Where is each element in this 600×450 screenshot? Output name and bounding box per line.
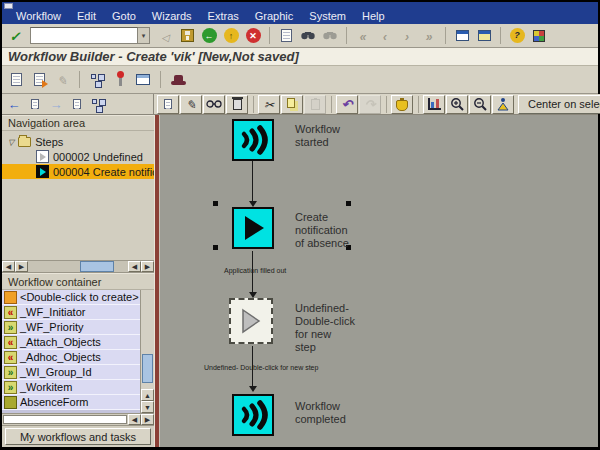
selection-handle[interactable] (346, 201, 351, 206)
zoom-in-icon[interactable] (446, 95, 468, 114)
flow-arrowhead (249, 386, 257, 392)
container-row[interactable]: « _WF_Initiator (2, 305, 140, 320)
new-workflow-icon[interactable] (6, 70, 26, 89)
copy-workflow-icon[interactable] (29, 70, 49, 89)
container-row[interactable]: « _Adhoc_Objects (2, 350, 140, 365)
print-icon[interactable] (276, 26, 296, 45)
graphic-display-icon[interactable] (203, 95, 225, 114)
menu-help[interactable]: Help (354, 10, 393, 22)
graphic-new-icon[interactable] (157, 95, 179, 114)
command-history-icon[interactable]: ▾ (138, 27, 150, 44)
create-shortcut-icon[interactable] (474, 26, 494, 45)
scroll-thumb[interactable] (80, 261, 114, 272)
help-icon[interactable] (507, 26, 527, 45)
export-element-icon: » (4, 381, 17, 394)
steps-tree: Steps 000002 Undefined 000004 Create not… (2, 131, 154, 260)
overview-chart-icon[interactable] (423, 95, 445, 114)
undo-icon[interactable] (336, 95, 358, 114)
exit-icon[interactable]: ↑ (221, 26, 241, 45)
binoculars-icon (300, 30, 316, 41)
syntax-check-icon[interactable] (87, 70, 107, 89)
container-hscrollbar[interactable]: ◀ ▶ (2, 413, 154, 426)
node-workflow-started[interactable] (232, 119, 274, 161)
menu-workflow[interactable]: Workflow (8, 10, 69, 22)
container-row[interactable]: » _WF_Priority (2, 320, 140, 335)
insert-bag-icon[interactable] (391, 95, 413, 114)
zoom-fit-person-icon[interactable] (492, 95, 514, 114)
enter-check-icon[interactable] (5, 26, 25, 45)
hierarchy-icon[interactable] (88, 95, 108, 114)
copy-icon[interactable] (281, 95, 303, 114)
scroll-left-icon[interactable]: ◀ (2, 261, 15, 272)
scroll-track[interactable] (28, 261, 128, 272)
scroll-left-icon[interactable]: ◀ (128, 414, 141, 425)
scroll-up-icon[interactable]: ▲ (141, 389, 154, 401)
standard-toolbar: ▾ ← ↑ ✕ (2, 24, 598, 48)
scroll-down-icon[interactable]: ▼ (141, 401, 154, 413)
expander-icon[interactable] (8, 136, 14, 147)
find-icon[interactable] (298, 26, 318, 45)
container-row[interactable]: « _Attach_Objects (2, 335, 140, 350)
layout-menu-icon[interactable] (529, 26, 549, 45)
undefined-activity-icon (239, 308, 263, 334)
menu-graphic[interactable]: Graphic (247, 10, 302, 22)
tree-node-undefined[interactable]: 000002 Undefined (2, 149, 154, 164)
new-session-icon[interactable] (452, 26, 472, 45)
nav-forward-icon (46, 95, 66, 114)
scroll-right-icon[interactable]: ▶ (141, 261, 154, 272)
menu-edit[interactable]: Edit (69, 10, 104, 22)
container-vscrollbar[interactable]: ▲ ▼ (140, 290, 154, 413)
my-workflows-and-tasks-button[interactable]: My workflows and tasks (5, 428, 151, 445)
node-label: Workflow completed (295, 400, 346, 426)
graphic-edit-icon[interactable] (180, 95, 202, 114)
nav-back-doc-icon[interactable] (25, 95, 45, 114)
container-row[interactable]: » _WI_Group_Id (2, 365, 140, 380)
node-create-notification[interactable] (232, 207, 274, 249)
selection-handle[interactable] (213, 201, 218, 206)
test-hat-icon[interactable] (168, 70, 188, 89)
container-row-label: _Adhoc_Objects (20, 351, 101, 363)
tree-item-label: 000002 Undefined (49, 151, 143, 163)
graphic-delete-icon[interactable] (226, 95, 248, 114)
container-row-label: _WI_Group_Id (20, 366, 92, 378)
nav-back-icon[interactable] (4, 95, 24, 114)
menu-system[interactable]: System (301, 10, 354, 22)
navigation-hscrollbar[interactable]: ◀ ▶ ◀ ▶ (2, 260, 154, 273)
export-element-icon: » (4, 366, 17, 379)
container-row-label: _WF_Initiator (20, 306, 85, 318)
selection-handle[interactable] (213, 245, 218, 250)
node-workflow-completed[interactable] (232, 394, 274, 436)
scroll-right-icon[interactable]: ▶ (15, 261, 28, 272)
container-row[interactable]: <Double-click to create> (2, 290, 140, 305)
tree-node-steps[interactable]: Steps (2, 134, 154, 149)
scroll-right-icon[interactable]: ▶ (141, 414, 154, 425)
container-row[interactable]: AbsenceForm (2, 395, 140, 410)
cancel-icon[interactable]: ✕ (243, 26, 263, 45)
flow-arrow (252, 161, 253, 201)
workflow-toolbox-icon[interactable] (133, 70, 153, 89)
container-row-label: _Workitem (20, 381, 72, 393)
nav-forward-doc-icon (67, 95, 87, 114)
save-icon[interactable] (177, 26, 197, 45)
scroll-thumb[interactable] (142, 354, 153, 384)
command-input[interactable] (30, 27, 138, 44)
scroll-track[interactable] (3, 415, 127, 424)
collapse-icon[interactable] (155, 26, 175, 45)
cut-scissors-icon[interactable] (258, 95, 280, 114)
previous-page-icon (375, 26, 395, 45)
node-label: Undefined- Double-click for new step (295, 302, 355, 354)
export-element-icon: » (4, 321, 17, 334)
display-change-icon (52, 70, 72, 89)
back-icon[interactable]: ← (199, 26, 219, 45)
status-pin-icon[interactable] (110, 70, 130, 89)
menu-extras[interactable]: Extras (200, 10, 247, 22)
center-on-selected-button[interactable]: Center on selected objects (518, 95, 600, 114)
step-icon-active (36, 165, 49, 178)
menu-goto[interactable]: Goto (104, 10, 144, 22)
zoom-out-icon[interactable] (469, 95, 491, 114)
container-row[interactable]: » _Workitem (2, 380, 140, 395)
node-undefined-step[interactable] (229, 298, 273, 344)
menu-wizards[interactable]: Wizards (144, 10, 200, 22)
scroll-left-icon[interactable]: ◀ (128, 261, 141, 272)
tree-node-create-notification[interactable]: 000004 Create notificati (2, 164, 154, 179)
